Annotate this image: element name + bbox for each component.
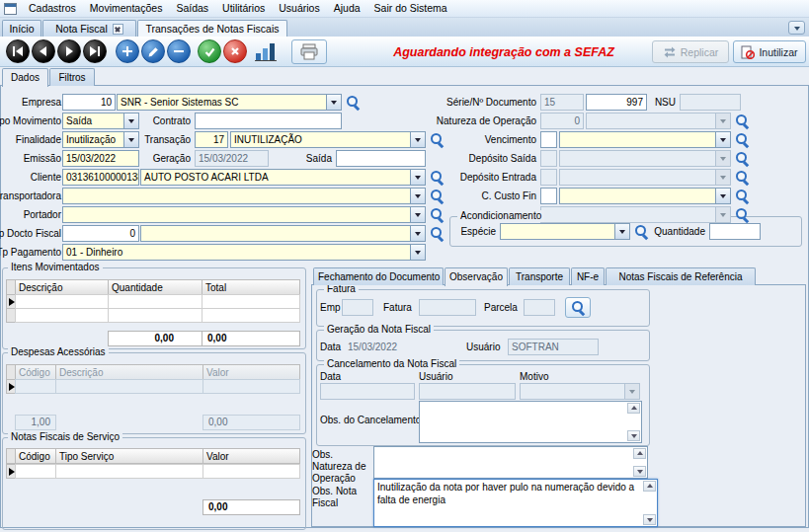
dropdown-arrow-icon[interactable]	[410, 207, 425, 222]
search-icon[interactable]	[346, 95, 360, 110]
tab-notas-referencia[interactable]: Notas Fiscais de Referência	[606, 267, 756, 285]
dropdown-arrow-icon[interactable]	[410, 132, 425, 147]
servico-col-tipo[interactable]: Tipo Serviço	[55, 448, 203, 464]
search-icon[interactable]	[430, 207, 444, 222]
dropdown-arrow-icon[interactable]	[410, 170, 425, 185]
transacao-code-field[interactable]: 17	[195, 131, 228, 148]
transacao-combo[interactable]: INUTILIZAÇÃO	[230, 131, 426, 148]
edit-button[interactable]	[141, 39, 165, 63]
search-icon[interactable]	[735, 114, 749, 128]
dropdown-arrow-icon[interactable]	[715, 189, 730, 203]
menu-movimentacoes[interactable]: Movimentações	[83, 0, 170, 18]
tab-nota-fiscal[interactable]: Nota Fiscal	[42, 20, 136, 37]
search-icon[interactable]	[735, 132, 749, 147]
inutilizar-button[interactable]: Inutilizar	[733, 40, 806, 63]
tab-nfe[interactable]: NF-e	[571, 267, 605, 285]
table-cell[interactable]	[15, 308, 109, 323]
first-record-button[interactable]	[6, 39, 30, 63]
menu-usuarios[interactable]: Usuários	[272, 0, 326, 18]
empresa-code-field[interactable]: 10	[62, 94, 116, 111]
search-icon[interactable]	[430, 132, 444, 147]
tab-transacoes-notas-fiscais[interactable]: Transações de Notas Fiscais	[137, 20, 287, 37]
transportadora-combo[interactable]	[62, 188, 426, 204]
tab-dados[interactable]: Dados	[2, 68, 48, 87]
dropdown-arrow-icon[interactable]	[410, 189, 425, 203]
dropdown-arrow-icon[interactable]	[326, 95, 341, 110]
dropdown-arrow-icon[interactable]	[614, 224, 629, 239]
search-icon[interactable]	[735, 189, 749, 203]
search-icon[interactable]	[735, 151, 749, 166]
confirm-button[interactable]	[198, 39, 221, 63]
portador-combo[interactable]	[62, 206, 426, 223]
search-icon[interactable]	[735, 207, 749, 222]
obs-nota-textarea[interactable]: Inutilização da nota por haver pulo na n…	[373, 479, 658, 527]
dropdown-arrow-icon[interactable]	[410, 226, 425, 241]
tab-observacao[interactable]: Observação	[445, 267, 508, 286]
search-icon[interactable]	[430, 226, 444, 241]
fatura-search-button[interactable]	[565, 297, 591, 318]
obs-natureza-textarea[interactable]	[373, 446, 648, 479]
cliente-combo[interactable]: AUTO POSTO ACARI LTDA	[140, 169, 426, 186]
scroll-up-icon[interactable]	[633, 448, 646, 459]
c-custo-fin-code-field[interactable]	[540, 188, 557, 204]
previous-record-button[interactable]	[32, 39, 55, 63]
dropdown-arrow-icon[interactable]	[123, 114, 138, 128]
dropdown-arrow-icon[interactable]	[715, 132, 730, 147]
menu-cadastros[interactable]: Cadastros	[22, 0, 83, 18]
quantidade-field[interactable]	[709, 223, 761, 240]
empresa-combo[interactable]: SNR - Senior Sistemas SC	[117, 94, 342, 111]
last-record-button[interactable]	[83, 39, 107, 63]
search-icon[interactable]	[634, 224, 648, 239]
tab-transporte[interactable]: Transporte	[509, 267, 570, 285]
search-icon[interactable]	[430, 170, 444, 185]
menu-utilitarios[interactable]: Utilitários	[215, 0, 272, 18]
tab-fechamento-documento[interactable]: Fechamento do Documento	[313, 267, 444, 285]
add-button[interactable]	[116, 39, 139, 63]
scroll-down-icon[interactable]	[643, 514, 656, 525]
saida-field[interactable]	[336, 150, 426, 167]
contrato-field[interactable]	[195, 113, 342, 129]
table-cell[interactable]	[55, 464, 203, 479]
servico-col-valor[interactable]: Valor	[202, 448, 300, 464]
chevron-down-icon[interactable]	[788, 21, 805, 35]
chart-button[interactable]	[254, 41, 280, 63]
table-cell[interactable]	[202, 308, 300, 323]
vencimento-combo[interactable]	[559, 131, 731, 148]
table-cell[interactable]	[202, 464, 300, 479]
close-icon[interactable]	[113, 24, 123, 35]
dropdown-arrow-icon[interactable]	[123, 132, 138, 147]
tp-docto-fiscal-combo[interactable]	[140, 225, 426, 242]
cancel-button[interactable]	[223, 39, 247, 63]
table-cell[interactable]	[15, 464, 56, 479]
menu-sair[interactable]: Sair do Sistema	[367, 0, 454, 18]
itens-col-descricao[interactable]: Descrição	[15, 279, 109, 295]
tipo-movimento-combo[interactable]: Saída	[62, 113, 139, 129]
servico-col-codigo[interactable]: Código	[15, 448, 56, 464]
emissao-field[interactable]: 15/03/2022	[62, 150, 139, 167]
table-cell[interactable]	[108, 294, 202, 309]
cliente-code-field[interactable]: 03136100000138	[62, 169, 139, 186]
table-cell[interactable]	[15, 294, 109, 309]
menu-saidas[interactable]: Saídas	[169, 0, 215, 18]
scroll-up-icon[interactable]	[643, 481, 656, 492]
table-cell[interactable]	[108, 308, 202, 323]
finalidade-combo[interactable]: Inutilização	[62, 131, 139, 148]
vencimento-code-field[interactable]	[540, 131, 557, 148]
scroll-down-icon[interactable]	[633, 466, 646, 477]
table-cell[interactable]	[202, 294, 300, 309]
tab-filtros[interactable]: Filtros	[49, 68, 95, 86]
next-record-button[interactable]	[57, 39, 81, 63]
tp-pagamento-combo[interactable]: 01 - Dinheiro	[62, 244, 426, 261]
menu-ajuda[interactable]: Ajuda	[327, 0, 367, 18]
tp-docto-fiscal-code-field[interactable]: 0	[62, 225, 139, 242]
itens-col-quantidade[interactable]: Quantidade	[108, 279, 202, 295]
tab-inicio[interactable]: Início	[2, 20, 41, 37]
print-button[interactable]	[291, 39, 327, 64]
dropdown-arrow-icon[interactable]	[410, 245, 425, 260]
numero-documento-field[interactable]: 997	[586, 94, 647, 111]
search-icon[interactable]	[430, 189, 444, 203]
remove-button[interactable]	[167, 39, 191, 63]
itens-col-total[interactable]: Total	[202, 279, 300, 295]
c-custo-fin-combo[interactable]	[559, 188, 731, 204]
especie-combo[interactable]	[500, 223, 630, 240]
